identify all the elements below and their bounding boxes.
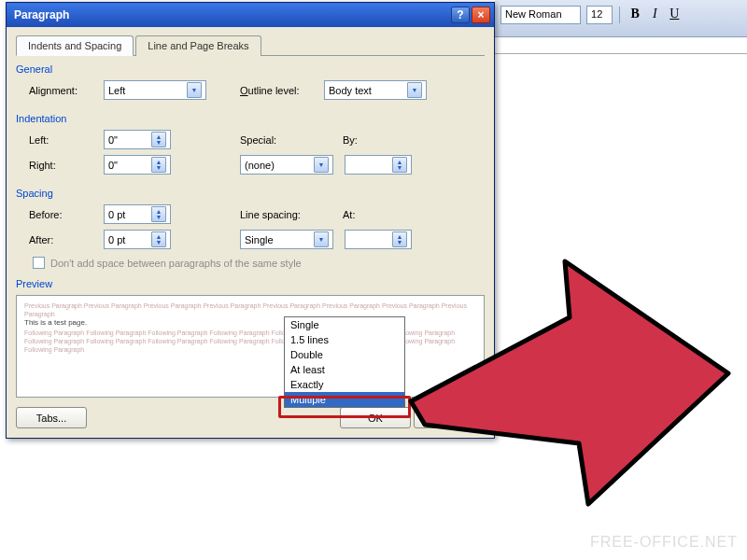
formatting-toolbar: New Roman 12 B I U (495, 0, 747, 37)
spinner-value: 0" (108, 160, 118, 171)
at-label: At: (343, 209, 380, 220)
dialog-titlebar[interactable]: Paragraph ? × (7, 3, 494, 27)
ok-button[interactable]: OK (340, 407, 411, 428)
line-spacing-option-selected[interactable]: Multiple (285, 392, 404, 407)
toolbar-separator (619, 7, 620, 23)
line-spacing-dropdown[interactable]: Single 1.5 lines Double At least Exactly… (284, 316, 405, 408)
tab-label: Indents and Spacing (28, 40, 121, 51)
italic-button[interactable]: I (646, 7, 663, 23)
line-spacing-option[interactable]: Double (285, 347, 404, 362)
spinner-buttons-icon[interactable]: ▲▼ (392, 157, 407, 173)
tabs-button[interactable]: Tabs... (16, 407, 87, 428)
outline-level-label: Outline level: (240, 85, 324, 96)
paragraph-dialog: Paragraph ? × Indents and Spacing Line a… (6, 2, 495, 439)
before-label: Before: (29, 209, 104, 220)
indent-right-spinner[interactable]: 0" ▲▼ (104, 155, 171, 175)
spinner-buttons-icon[interactable]: ▲▼ (151, 157, 166, 173)
after-spinner[interactable]: 0 pt ▲▼ (104, 230, 171, 249)
chevron-down-icon: ▼ (314, 231, 329, 247)
dialog-tabs: Indents and Spacing Line and Page Breaks (16, 35, 485, 56)
underline-button[interactable]: U (666, 7, 683, 23)
tab-indents-spacing[interactable]: Indents and Spacing (16, 35, 134, 56)
no-space-label: Don't add space between paragraphs of th… (50, 258, 302, 269)
line-spacing-combo[interactable]: Single ▼ (240, 230, 333, 249)
special-label: Special: (240, 134, 324, 146)
alignment-label: Alignment: (29, 85, 104, 96)
spinner-buttons-icon[interactable]: ▲▼ (151, 231, 166, 247)
horizontal-ruler (495, 37, 747, 54)
spinner-buttons-icon[interactable]: ▲▼ (392, 231, 407, 247)
special-combo[interactable]: (none) ▼ (240, 155, 333, 175)
spinner-value: 0 pt (108, 234, 125, 245)
close-button[interactable]: × (472, 7, 490, 23)
no-space-checkbox[interactable] (33, 257, 45, 269)
bold-button[interactable]: B (627, 7, 643, 23)
watermark: FREE-OFFICE.NET (590, 534, 738, 551)
font-name-combo[interactable]: New Roman (500, 6, 581, 24)
preview-box: Previous Paragraph Previous Paragraph Pr… (16, 295, 485, 398)
after-label: After: (29, 234, 104, 245)
alignment-combo[interactable]: Left ▼ (104, 80, 206, 100)
chevron-down-icon: ▼ (314, 157, 329, 173)
group-preview: Preview (16, 278, 485, 289)
spinner-buttons-icon[interactable]: ▲▼ (151, 132, 166, 147)
group-indentation: Indentation (16, 113, 485, 124)
chevron-down-icon: ▼ (187, 82, 202, 98)
line-spacing-option[interactable]: Exactly (285, 377, 404, 392)
tab-line-page-breaks[interactable]: Line and Page Breaks (135, 35, 261, 56)
group-spacing: Spacing (16, 188, 485, 199)
spinner-buttons-icon[interactable]: ▲▼ (151, 206, 166, 222)
at-spinner[interactable]: ▲▼ (345, 230, 412, 249)
combo-value: Body text (329, 85, 372, 96)
by-spinner[interactable]: ▲▼ (345, 155, 412, 175)
indent-left-spinner[interactable]: 0" ▲▼ (104, 130, 171, 149)
tab-label: Line and Page Breaks (148, 40, 248, 51)
by-label: By: (343, 134, 380, 146)
group-general: General (16, 63, 485, 75)
line-spacing-option[interactable]: Single (285, 317, 404, 332)
combo-value: Left (108, 85, 125, 96)
outline-level-combo[interactable]: Body text ▼ (324, 80, 427, 100)
indent-right-label: Right: (29, 160, 104, 171)
chevron-down-icon: ▼ (407, 82, 422, 98)
combo-value: (none) (245, 160, 275, 171)
combo-value: Single (245, 234, 274, 245)
preview-sample: This is a test page. (24, 318, 87, 327)
before-spinner[interactable]: 0 pt ▲▼ (104, 204, 171, 224)
line-spacing-option[interactable]: 1.5 lines (285, 332, 404, 347)
font-size-combo[interactable]: 12 (586, 6, 613, 24)
cancel-button[interactable]: Cancel (414, 407, 485, 428)
dialog-title: Paragraph (14, 8, 69, 21)
spinner-value: 0" (108, 134, 118, 146)
spinner-value: 0 pt (108, 209, 125, 220)
line-spacing-option[interactable]: At least (285, 362, 404, 377)
indent-left-label: Left: (29, 134, 104, 146)
help-button[interactable]: ? (451, 7, 470, 23)
document-area[interactable] (495, 54, 747, 560)
line-spacing-label: Line spacing: (240, 209, 324, 220)
